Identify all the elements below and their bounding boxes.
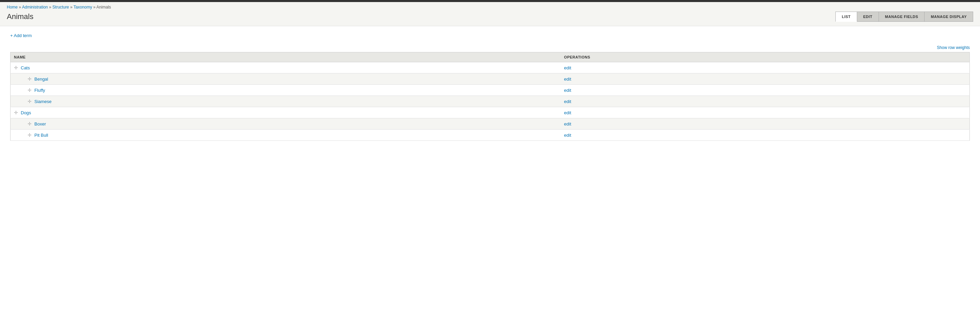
content: + Add term Show row weights NAME OPERATI… <box>0 26 980 148</box>
term-name-link[interactable]: Boxer <box>34 121 46 127</box>
name-cell: ✛Cats <box>11 62 561 73</box>
show-row-weights-link[interactable]: Show row weights <box>937 45 970 50</box>
name-cell: ✛Fluffy <box>11 85 561 96</box>
name-cell: ✛Siamese <box>11 96 561 107</box>
edit-link[interactable]: edit <box>564 76 571 82</box>
drag-handle-icon[interactable]: ✛ <box>27 98 32 104</box>
show-row-weights-wrap: Show row weights <box>10 45 970 50</box>
operations-cell: edit <box>561 130 970 141</box>
operations-cell: edit <box>561 118 970 130</box>
table-row: ✛Pit Bulledit <box>11 130 970 141</box>
term-name-link[interactable]: Bengal <box>34 76 48 82</box>
col-operations: OPERATIONS <box>561 52 970 62</box>
term-name-link[interactable]: Cats <box>21 65 30 70</box>
operations-cell: edit <box>561 85 970 96</box>
edit-link[interactable]: edit <box>564 88 571 93</box>
drag-handle-icon[interactable]: ✛ <box>27 121 32 127</box>
header: Home » Administration » Structure » Taxo… <box>0 2 980 26</box>
breadcrumb-current: Animals <box>96 5 111 10</box>
table-row: ✛Catsedit <box>11 62 970 73</box>
name-cell: ✛Boxer <box>11 118 561 130</box>
drag-handle-icon[interactable]: ✛ <box>14 110 18 115</box>
term-name-link[interactable]: Dogs <box>21 110 31 115</box>
tab-list[interactable]: LIST <box>835 11 857 22</box>
breadcrumb-administration[interactable]: Administration <box>22 5 48 10</box>
edit-link[interactable]: edit <box>564 110 571 115</box>
edit-link[interactable]: edit <box>564 133 571 138</box>
operations-cell: edit <box>561 62 970 73</box>
name-cell: ✛Pit Bull <box>11 130 561 141</box>
term-name-link[interactable]: Fluffy <box>34 88 45 93</box>
breadcrumb-taxonomy[interactable]: Taxonomy <box>73 5 92 10</box>
drag-handle-icon[interactable]: ✛ <box>27 87 32 93</box>
table-header-row: NAME OPERATIONS <box>11 52 970 62</box>
tab-manage-fields[interactable]: MANAGE FIELDS <box>878 11 925 22</box>
breadcrumb-structure[interactable]: Structure <box>52 5 69 10</box>
drag-handle-icon[interactable]: ✛ <box>27 76 32 82</box>
table-row: ✛Siameseedit <box>11 96 970 107</box>
col-name: NAME <box>11 52 561 62</box>
operations-cell: edit <box>561 96 970 107</box>
name-cell: ✛Bengal <box>11 73 561 85</box>
tab-manage-display[interactable]: MANAGE DISPLAY <box>924 11 973 22</box>
add-term-link[interactable]: + Add term <box>10 33 32 38</box>
page-title: Animals <box>7 12 33 21</box>
drag-handle-icon[interactable]: ✛ <box>14 65 18 70</box>
term-name-link[interactable]: Siamese <box>34 99 52 104</box>
operations-cell: edit <box>561 73 970 85</box>
breadcrumb-home[interactable]: Home <box>7 5 18 10</box>
edit-link[interactable]: edit <box>564 121 571 127</box>
name-cell: ✛Dogs <box>11 107 561 118</box>
edit-link[interactable]: edit <box>564 65 571 70</box>
table-row: ✛Dogsedit <box>11 107 970 118</box>
tab-buttons: LIST EDIT MANAGE FIELDS MANAGE DISPLAY <box>835 11 973 22</box>
tab-edit[interactable]: EDIT <box>857 11 879 22</box>
table-row: ✛Bengaledit <box>11 73 970 85</box>
breadcrumb: Home » Administration » Structure » Taxo… <box>7 5 973 10</box>
taxonomy-table: NAME OPERATIONS ✛Catsedit✛Bengaledit✛Flu… <box>10 52 970 141</box>
edit-link[interactable]: edit <box>564 99 571 104</box>
term-name-link[interactable]: Pit Bull <box>34 133 48 138</box>
table-row: ✛Boxeredit <box>11 118 970 130</box>
operations-cell: edit <box>561 107 970 118</box>
table-row: ✛Fluffyedit <box>11 85 970 96</box>
drag-handle-icon[interactable]: ✛ <box>27 132 32 138</box>
